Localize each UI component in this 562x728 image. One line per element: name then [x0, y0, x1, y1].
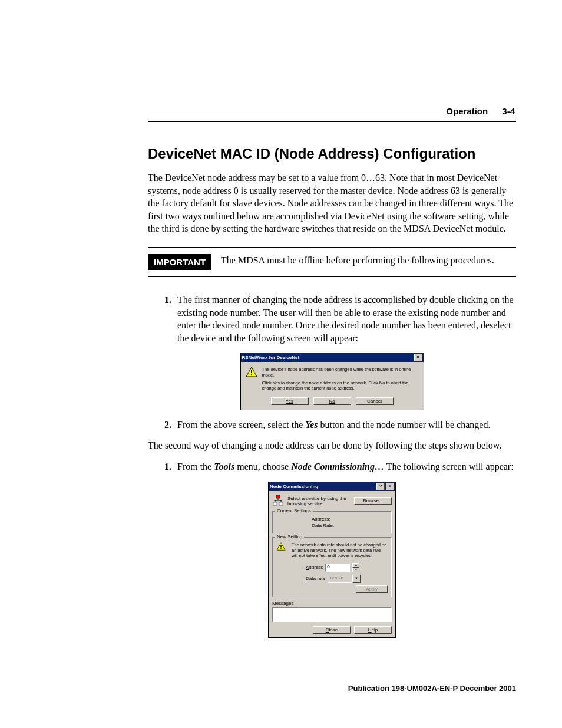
- step-list-a: The first manner of changing the node ad…: [148, 294, 516, 344]
- address-input[interactable]: 0: [325, 564, 350, 572]
- dialog1-message: The device's node address has been chang…: [262, 367, 419, 391]
- publication-footer: Publication 198-UM002A-EN-P December 200…: [348, 684, 516, 693]
- header-section: Operation: [446, 106, 488, 116]
- current-settings-group: Current Settings Address: Data Rate:: [272, 511, 392, 533]
- important-badge: IMPORTANT: [148, 254, 211, 270]
- help-button[interactable]: Help: [354, 626, 392, 634]
- close-icon[interactable]: ×: [386, 483, 394, 490]
- cancel-button[interactable]: Cancel: [356, 397, 394, 405]
- apply-button[interactable]: Apply: [356, 585, 388, 593]
- section-title: DeviceNet MAC ID (Node Address) Configur…: [148, 146, 516, 162]
- yes-button[interactable]: Yes: [271, 397, 309, 405]
- new-setting-legend: New Setting: [275, 534, 304, 539]
- warning-icon: [276, 542, 288, 553]
- new-setting-group: New Setting The network data rate should…: [272, 537, 392, 597]
- messages-box: [272, 607, 392, 622]
- svg-rect-8: [273, 502, 277, 505]
- svg-rect-2: [251, 374, 252, 375]
- intro-paragraph: The DeviceNet node address may be set to…: [148, 172, 516, 235]
- step-a1: The first manner of changing the node ad…: [174, 294, 516, 344]
- header-rule: [148, 121, 516, 122]
- dialog1-line1: The device's node address has been chang…: [262, 367, 419, 378]
- dialog2-title: Node Commissioning: [270, 484, 318, 489]
- second-way-intro: The second way of changing a node addres…: [148, 439, 516, 452]
- dialog1-title: RSNetWorx for DeviceNet: [242, 355, 300, 360]
- svg-rect-3: [276, 495, 280, 498]
- page-header: Operation 3-4: [46, 106, 515, 116]
- step-b1: From the Tools menu, choose Node Commiss…: [174, 460, 516, 473]
- no-button[interactable]: No: [313, 397, 351, 405]
- datarate-field-label: Data rate: [306, 576, 325, 581]
- svg-rect-12: [280, 548, 282, 549]
- browse-button[interactable]: Browse...: [354, 497, 392, 505]
- important-callout: IMPORTANT The MDSA must be offline befor…: [148, 247, 516, 277]
- close-icon[interactable]: ×: [414, 354, 422, 361]
- network-icon: [272, 495, 284, 508]
- step-list-a2: From the above screen, select the Yes bu…: [148, 419, 516, 431]
- current-settings-legend: Current Settings: [275, 508, 313, 513]
- help-icon[interactable]: ?: [376, 483, 385, 490]
- node-commissioning-dialog: Node Commissioning ? ×: [268, 482, 396, 638]
- svg-rect-9: [279, 502, 283, 505]
- dialog2-titlebar: Node Commissioning ? ×: [269, 482, 395, 491]
- dialog1-line2: Click Yes to change the node address on …: [262, 380, 419, 391]
- select-device-text: Select a device by using the browsing se…: [287, 496, 351, 506]
- messages-label: Messages: [272, 601, 392, 606]
- close-button[interactable]: Close: [313, 626, 351, 634]
- new-setting-warning: The network data rate should not be chan…: [292, 542, 388, 558]
- chevron-down-icon[interactable]: ▼: [352, 575, 361, 583]
- current-datarate-label: Data Rate:: [312, 523, 388, 528]
- header-page: 3-4: [502, 106, 515, 116]
- important-text: The MDSA must be offline before performi…: [221, 254, 494, 267]
- step-a2: From the above screen, select the Yes bu…: [174, 419, 516, 431]
- address-spinner[interactable]: ▲▼: [352, 563, 359, 572]
- warning-icon: [246, 367, 257, 377]
- datarate-select[interactable]: 125 kb: [328, 575, 352, 583]
- dialog1-titlebar: RSNetWorx for DeviceNet ×: [241, 353, 424, 362]
- svg-rect-11: [280, 545, 282, 547]
- step-list-b: From the Tools menu, choose Node Commiss…: [148, 460, 516, 473]
- current-address-label: Address:: [312, 516, 388, 522]
- svg-rect-1: [251, 370, 252, 373]
- address-field-label: Address: [306, 565, 323, 570]
- rsnetworx-dialog: RSNetWorx for DeviceNet × The device's n…: [240, 353, 424, 410]
